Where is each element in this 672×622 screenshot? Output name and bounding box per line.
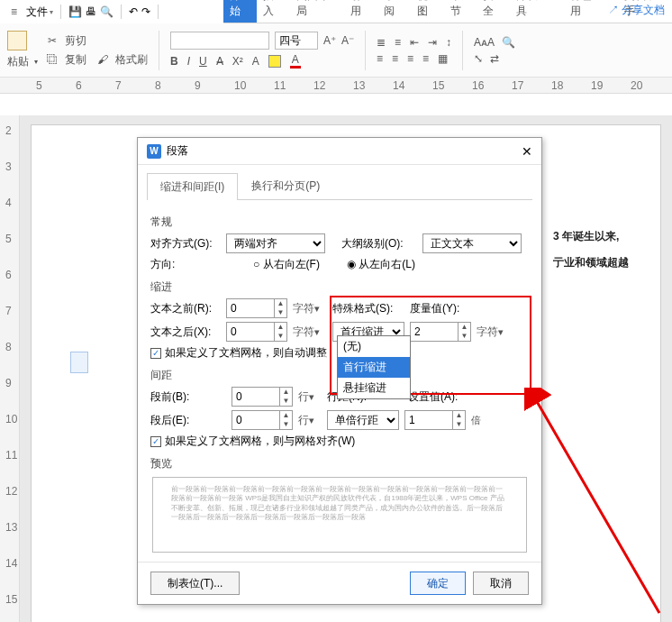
app-menu[interactable]: ≡ [5, 4, 23, 20]
bold-button[interactable]: B [170, 55, 178, 68]
measure-spin[interactable]: ▲▼ [410, 322, 471, 342]
measure-label: 度量值(Y): [410, 301, 473, 316]
bullets-icon[interactable]: ≣ [377, 36, 386, 49]
strike-button[interactable]: A̶ [216, 55, 223, 68]
unit-char-3: 字符▾ [477, 325, 504, 340]
outline-label: 大纲级别(O): [341, 236, 417, 252]
unit-line-2: 行▾ [298, 413, 314, 428]
ribbon: 粘贴▾ ✂剪切 ⿻复制 🖌格式刷 A⁺ A⁻ B I U A̶ X² A [0, 23, 672, 78]
special-dropdown-list: (无) 首行缩进 悬挂缩进 [337, 335, 411, 399]
print-icon[interactable]: 🖶 [86, 5, 96, 18]
setat-label: 设置值(A): [408, 389, 471, 405]
align-justify-icon[interactable]: ≡ [422, 52, 429, 65]
indent-after-spin[interactable]: ▲▼ [226, 322, 287, 342]
unit-char-1: 字符▾ [293, 301, 320, 316]
wps-logo-icon: W [147, 144, 161, 159]
setat-spin[interactable]: ▲▼ [404, 410, 466, 430]
redo-icon[interactable]: ↷ [141, 5, 150, 18]
align-right-icon[interactable]: ≡ [407, 52, 413, 65]
ruler-h: 567891011121314151617181920 [0, 78, 672, 94]
tab-indent-spacing[interactable]: 缩进和间距(I) [147, 173, 238, 200]
tab-home[interactable]: 开始 [223, 0, 257, 23]
tab-insert[interactable]: 插入 [257, 0, 290, 23]
styles-icon[interactable]: AᴀA [474, 36, 495, 49]
replace-icon[interactable]: ⇄ [490, 52, 499, 65]
align-center-icon[interactable]: ≡ [392, 52, 398, 65]
cancel-button[interactable]: 取消 [473, 572, 529, 595]
indent-before-spin[interactable]: ▲▼ [226, 298, 287, 318]
align-label: 对齐方式(G): [150, 236, 221, 252]
tab-review[interactable]: 审阅 [377, 0, 411, 23]
tab-ref[interactable]: 引用 [344, 0, 377, 23]
highlight-button[interactable] [268, 55, 281, 68]
dir-ltr-radio[interactable]: ◉ 从左向右(L) [347, 257, 415, 272]
format-painter-icon[interactable]: 🖌 [95, 52, 110, 67]
line-spacing-icon[interactable]: ↕ [446, 36, 451, 49]
cut-button[interactable]: 剪切 [65, 33, 86, 49]
ok-button[interactable]: 确定 [410, 572, 466, 595]
select-icon[interactable]: ⤡ [474, 52, 483, 65]
tabstops-button[interactable]: 制表位(T)... [150, 572, 240, 595]
italic-button[interactable]: I [187, 55, 190, 68]
linesp-select[interactable]: 单倍行距 [327, 410, 399, 430]
tab-line-page-break[interactable]: 换行和分页(P) [238, 172, 333, 199]
space-after-spin[interactable]: ▲▼ [232, 410, 293, 430]
tab-chapter[interactable]: 章节 [444, 0, 477, 23]
font-color[interactable]: A [290, 53, 301, 69]
special-opt-none[interactable]: (无) [338, 336, 410, 357]
space-after-label: 段后(E): [150, 413, 203, 428]
preview-icon[interactable]: 🔍 [100, 5, 114, 18]
underline-button[interactable]: U [199, 55, 207, 68]
font-size[interactable] [275, 32, 318, 50]
dialog-tabs: 缩进和间距(I) 换行和分页(P) [147, 172, 532, 200]
indent-dec-icon[interactable]: ⇤ [410, 36, 419, 49]
undo-icon[interactable]: ↶ [129, 5, 138, 18]
font-name[interactable] [170, 32, 269, 50]
unit-char-2: 字符▾ [293, 325, 320, 340]
special-label: 特殊格式(S): [332, 301, 404, 316]
tab-dev[interactable]: 开发工具 [510, 0, 564, 23]
unit-line-1: 行▾ [298, 389, 314, 405]
page-thumb-icon[interactable] [70, 352, 88, 373]
tab-view[interactable]: 视图 [411, 0, 444, 23]
indent-before-label: 文本之前(R): [150, 301, 221, 316]
space-before-spin[interactable]: ▲▼ [232, 387, 293, 407]
paste-button[interactable]: 粘贴 [7, 54, 29, 69]
copy-icon[interactable]: ⿻ [45, 52, 59, 67]
space-before-label: 段前(B): [150, 389, 203, 405]
align-left-icon[interactable]: ≡ [377, 52, 383, 65]
ruler-v: 23456789101112131415 [0, 115, 20, 622]
direction-label: 方向: [150, 257, 221, 272]
numbering-icon[interactable]: ≡ [395, 36, 401, 49]
superscript-button[interactable]: X² [232, 55, 243, 68]
menubar: ≡ 文件▾ 💾 🖶 🔍 ↶ ↷ [0, 0, 223, 23]
close-icon[interactable]: ✕ [522, 144, 532, 159]
font-effects[interactable]: A [252, 55, 259, 68]
indent-inc-icon[interactable]: ⇥ [428, 36, 437, 49]
paste-icon[interactable] [7, 31, 27, 50]
grow-font[interactable]: A⁺ [323, 34, 336, 47]
section-indent: 缩进 [150, 279, 529, 295]
indent-after-label: 文本之后(X): [150, 325, 221, 340]
align-select[interactable]: 两端对齐 [226, 233, 325, 253]
unit-bei: 倍 [471, 414, 481, 427]
tab-security[interactable]: 安全 [477, 0, 510, 23]
copy-button[interactable]: 复制 [65, 52, 86, 68]
special-opt-firstline[interactable]: 首行缩进 [338, 357, 410, 378]
shading-icon[interactable]: ▦ [438, 52, 448, 65]
format-painter[interactable]: 格式刷 [115, 52, 148, 68]
share-doc[interactable]: ↗ 分享文档 [608, 3, 665, 18]
file-menu[interactable]: 文件▾ [26, 5, 53, 20]
tab-layout[interactable]: 页面布局 [290, 0, 344, 23]
save-icon[interactable]: 💾 [68, 5, 82, 18]
find-icon[interactable]: 🔍 [502, 36, 515, 49]
outline-select[interactable]: 正文文本 [422, 233, 522, 253]
cut-icon[interactable]: ✂ [45, 33, 59, 48]
shrink-font[interactable]: A⁻ [341, 34, 354, 47]
chk-grid-space[interactable]: ✓如果定义了文档网格，则与网格对齐(W) [150, 434, 529, 449]
dir-rtl-radio[interactable]: ○ 从右向左(F) [253, 257, 320, 272]
dialog-title: 段落 [167, 143, 188, 159]
section-preview: 预览 [150, 456, 529, 471]
dialog-titlebar[interactable]: W 段落 ✕ [138, 138, 541, 165]
special-opt-hanging[interactable]: 悬挂缩进 [338, 378, 410, 398]
